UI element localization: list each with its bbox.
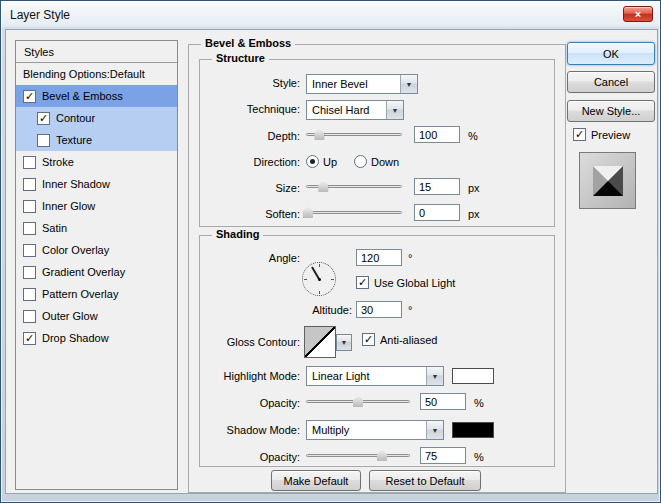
size-input[interactable] [414,178,460,195]
shadow-color-swatch[interactable] [452,422,494,438]
window-title: Layer Style [10,8,70,22]
altitude-label: Altitude: [204,304,352,316]
shadow-mode-value: Multiply [307,424,426,436]
sidebar-item-outer-glow[interactable]: Outer Glow [16,305,177,327]
highlight-opacity-thumb[interactable] [353,395,363,407]
shadow-opacity-unit: % [474,451,484,463]
sidebar-item-inner-shadow[interactable]: Inner Shadow [16,173,177,195]
ok-button[interactable]: OK [567,42,655,65]
pattern-overlay-checkbox[interactable] [23,288,36,301]
depth-input[interactable] [414,126,460,143]
sidebar-item-gradient-overlay[interactable]: Gradient Overlay [16,261,177,283]
gloss-contour-dropdown[interactable]: ▼ [336,334,352,351]
styles-list: Styles Blending Options:Default ✓ Bevel … [15,40,178,490]
shadow-opacity-input[interactable] [420,447,466,464]
reset-to-default-button[interactable]: Reset to Default [369,470,481,491]
style-select[interactable]: Inner Bevel ▼ [306,74,418,94]
sidebar-item-styles[interactable]: Styles [16,41,177,63]
sidebar-item-stroke[interactable]: Stroke [16,151,177,173]
sidebar-item-label: Color Overlay [42,244,109,256]
shadow-mode-select[interactable]: Multiply ▼ [306,420,444,440]
shadow-opacity-thumb[interactable] [377,449,387,461]
structure-group: Structure Style: Inner Bevel ▼ Technique… [199,59,555,227]
bevel-preview-shape [593,166,623,196]
make-default-button[interactable]: Make Default [271,470,361,491]
sidebar-item-label: Bevel & Emboss [42,90,123,102]
sidebar-item-inner-glow[interactable]: Inner Glow [16,195,177,217]
sidebar-item-label: Stroke [42,156,74,168]
texture-checkbox[interactable] [37,134,50,147]
bevel-emboss-checkbox[interactable]: ✓ [23,90,36,103]
titlebar[interactable]: Layer Style × [1,1,660,29]
sidebar-item-contour[interactable]: ✓ Contour [16,107,177,129]
altitude-input[interactable] [356,301,402,318]
highlight-opacity-input[interactable] [420,393,466,410]
use-global-light-checkbox[interactable]: ✓ Use Global Light [356,276,455,289]
highlight-color-swatch[interactable] [452,368,494,384]
shading-group: Shading Angle: ° ✓ Use Global Light Alti… [199,235,555,467]
use-global-light-checkmark[interactable]: ✓ [356,276,369,289]
size-slider[interactable] [306,179,402,193]
anti-aliased-checkbox[interactable]: ✓ Anti-aliased [362,333,437,346]
contour-checkbox[interactable]: ✓ [37,112,50,125]
sidebar-item-blending-options[interactable]: Blending Options:Default [16,63,177,85]
direction-up-label: Up [323,156,337,168]
soften-unit: px [468,208,480,220]
anti-aliased-checkmark[interactable]: ✓ [362,333,375,346]
highlight-mode-select[interactable]: Linear Light ▼ [306,366,444,386]
close-icon: × [635,8,641,20]
preview-checkbox[interactable]: ✓ Preview [573,128,630,141]
sidebar-item-label: Drop Shadow [42,332,109,344]
color-overlay-checkbox[interactable] [23,244,36,257]
sidebar-item-label: Pattern Overlay [42,288,118,300]
sidebar-item-satin[interactable]: Satin [16,217,177,239]
soften-slider-thumb[interactable] [303,206,313,218]
depth-slider-thumb[interactable] [314,128,324,140]
direction-up-radio[interactable] [306,155,319,168]
style-preview-thumbnail [579,152,636,209]
sidebar-item-pattern-overlay[interactable]: Pattern Overlay [16,283,177,305]
gloss-contour-thumbnail[interactable] [304,326,336,358]
technique-label: Technique: [204,103,300,115]
soften-slider[interactable] [306,205,402,219]
satin-checkbox[interactable] [23,222,36,235]
style-select-value: Inner Bevel [307,78,400,90]
soften-input[interactable] [414,204,460,221]
stroke-checkbox[interactable] [23,156,36,169]
technique-select-value: Chisel Hard [307,104,386,116]
dial-tick [319,264,320,267]
angle-dial[interactable] [302,262,336,296]
sidebar-item-label: Gradient Overlay [42,266,125,278]
new-style-button[interactable]: New Style... [567,100,655,122]
sidebar-item-drop-shadow[interactable]: ✓ Drop Shadow [16,327,177,349]
dial-tick [304,279,307,280]
highlight-opacity-slider[interactable] [306,394,410,408]
drop-shadow-checkbox[interactable]: ✓ [23,332,36,345]
sidebar-item-bevel-emboss[interactable]: ✓ Bevel & Emboss [16,85,177,107]
gradient-overlay-checkbox[interactable] [23,266,36,279]
structure-legend: Structure [212,52,269,64]
size-slider-thumb[interactable] [318,180,328,192]
chevron-down-icon: ▼ [341,339,348,346]
depth-slider[interactable] [306,127,402,141]
inner-glow-checkbox[interactable] [23,200,36,213]
chevron-down-icon: ▼ [426,367,443,385]
sidebar-item-texture[interactable]: Texture [16,129,177,151]
sidebar-item-color-overlay[interactable]: Color Overlay [16,239,177,261]
technique-select[interactable]: Chisel Hard ▼ [306,100,404,120]
shadow-opacity-slider[interactable] [306,448,410,462]
outer-glow-checkbox[interactable] [23,310,36,323]
direction-down-radio[interactable] [354,155,367,168]
shadow-opacity-label: Opacity: [204,451,300,463]
preview-checkmark[interactable]: ✓ [573,128,586,141]
highlight-mode-value: Linear Light [307,370,426,382]
cancel-button[interactable]: Cancel [567,71,655,93]
shadow-opacity-track[interactable] [306,454,410,457]
soften-slider-track[interactable] [306,211,402,214]
inner-shadow-checkbox[interactable] [23,178,36,191]
anti-aliased-label: Anti-aliased [380,334,437,346]
direction-label: Direction: [204,156,300,168]
angle-input[interactable] [356,249,402,266]
close-button[interactable]: × [623,6,653,22]
shading-legend: Shading [212,228,263,240]
